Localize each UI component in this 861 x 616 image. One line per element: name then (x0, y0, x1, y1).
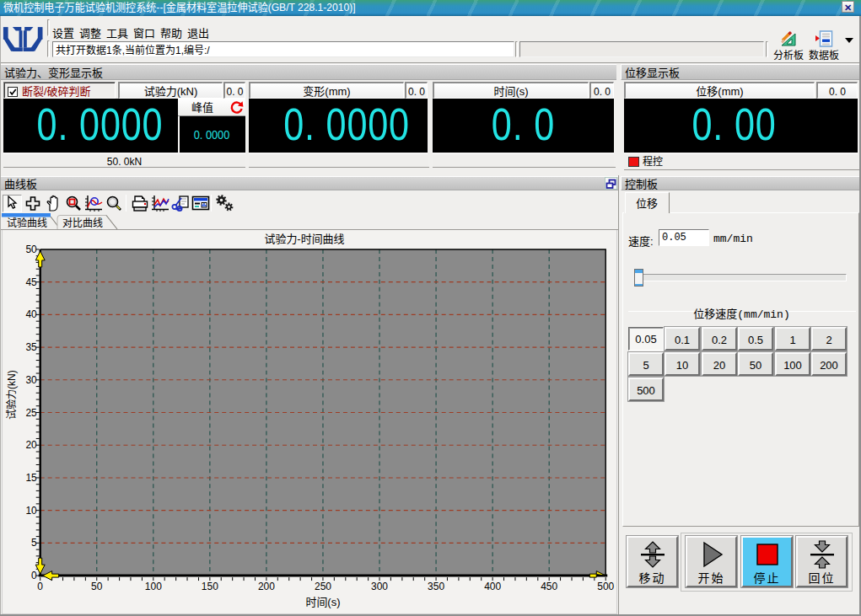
svg-text:100: 100 (145, 578, 162, 592)
svg-text:150: 150 (202, 578, 218, 592)
svg-text:30: 30 (25, 372, 37, 386)
svg-text:50: 50 (25, 241, 37, 255)
svg-text:35: 35 (25, 339, 37, 353)
svg-text:300: 300 (371, 578, 388, 592)
svg-text:15: 15 (25, 469, 37, 484)
svg-text:试验力-时间曲线: 试验力-时间曲线 (264, 230, 344, 246)
svg-text:40: 40 (25, 306, 37, 320)
svg-text:20: 20 (25, 437, 37, 451)
svg-text:时间(s): 时间(s) (305, 593, 340, 609)
svg-text:500: 500 (597, 578, 614, 592)
svg-text:25: 25 (25, 404, 37, 419)
svg-text:10: 10 (25, 502, 37, 517)
svg-text:试验曲线: 试验曲线 (7, 215, 47, 229)
svg-text:50: 50 (91, 578, 103, 592)
svg-text:5: 5 (31, 534, 37, 549)
svg-text:0: 0 (37, 578, 43, 592)
svg-text:200: 200 (258, 578, 275, 592)
svg-text:250: 250 (315, 578, 331, 592)
svg-text:450: 450 (541, 578, 557, 592)
svg-text:400: 400 (484, 578, 501, 592)
svg-text:350: 350 (428, 578, 444, 592)
svg-text:0: 0 (31, 567, 37, 581)
svg-text:45: 45 (25, 274, 37, 288)
svg-text:对比曲线: 对比曲线 (62, 215, 103, 229)
svg-text:试验力(kN): 试验力(kN) (3, 370, 18, 420)
